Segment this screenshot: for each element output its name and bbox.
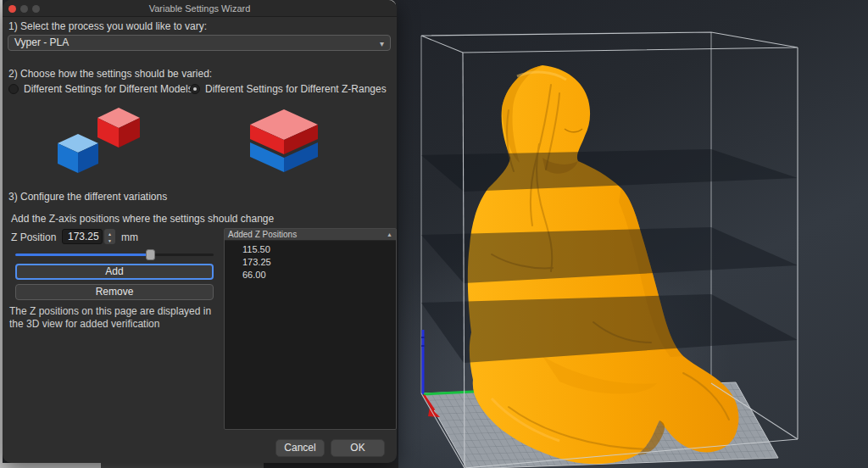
list-item[interactable]: 115.50: [225, 244, 396, 255]
list-header[interactable]: Added Z Positions ▲: [225, 229, 396, 241]
step1-label: 1) Select the process you would like to …: [8, 20, 207, 32]
z-position-stepper[interactable]: ▲ ▼: [104, 229, 115, 244]
slider-fill: [15, 254, 150, 256]
z-position-input[interactable]: [62, 229, 103, 244]
dialog-titlebar[interactable]: Variable Settings Wizard: [3, 0, 397, 17]
3d-scene: [398, 0, 868, 468]
dialog-title: Variable Settings Wizard: [3, 0, 397, 17]
stepper-down-icon[interactable]: ▼: [104, 237, 115, 244]
list-item[interactable]: 66.00: [225, 270, 396, 281]
process-select[interactable]: Vyper - PLA ▾: [8, 35, 391, 51]
variable-settings-wizard-dialog: Variable Settings Wizard 1) Select the p…: [3, 0, 397, 463]
mode-illustrations: [3, 100, 397, 178]
underlying-window-bottom-edge: [0, 463, 101, 468]
z-position-label: Z Position: [11, 231, 56, 243]
add-button[interactable]: Add: [15, 264, 214, 280]
z-plane-66: [421, 294, 798, 363]
radio-different-zranges-label[interactable]: Different Settings for Different Z-Range…: [205, 83, 387, 95]
z-plane-115: [421, 227, 798, 283]
underlying-window-bottom-bar-dark: [264, 463, 398, 468]
z-position-unit: mm: [121, 231, 138, 243]
list-header-label: Added Z Positions: [228, 230, 297, 239]
verification-note: The Z positions on this page are display…: [9, 305, 228, 332]
z-plane-173: [421, 149, 798, 192]
step3-label: 3) Configure the different variations: [8, 191, 167, 203]
added-z-positions-list[interactable]: Added Z Positions ▲ 115.50 173.25 66.00: [224, 228, 397, 430]
underlying-window-bottom-bar: [101, 463, 264, 468]
chevron-down-icon: ▾: [380, 36, 384, 51]
ok-button[interactable]: OK: [331, 439, 385, 457]
step3-sublabel: Add the Z-axis positions where the setti…: [11, 213, 274, 225]
zranges-mode-illustration: [250, 109, 318, 172]
step2-label: 2) Choose how the settings should be var…: [8, 68, 212, 80]
models-mode-illustration: [58, 108, 140, 173]
process-select-value: Vyper - PLA: [14, 36, 69, 48]
stepper-up-icon[interactable]: ▲: [104, 231, 115, 237]
slider-handle[interactable]: [146, 249, 155, 260]
z-position-slider[interactable]: [15, 254, 214, 256]
radio-different-models[interactable]: [8, 84, 19, 94]
radio-different-zranges[interactable]: [190, 84, 200, 94]
remove-button[interactable]: Remove: [15, 284, 214, 300]
cancel-button[interactable]: Cancel: [275, 439, 325, 457]
3d-viewport[interactable]: [398, 0, 868, 468]
sort-ascending-icon[interactable]: ▲: [387, 229, 392, 241]
list-item[interactable]: 173.25: [225, 257, 396, 268]
radio-different-models-label[interactable]: Different Settings for Different Models: [24, 83, 193, 95]
